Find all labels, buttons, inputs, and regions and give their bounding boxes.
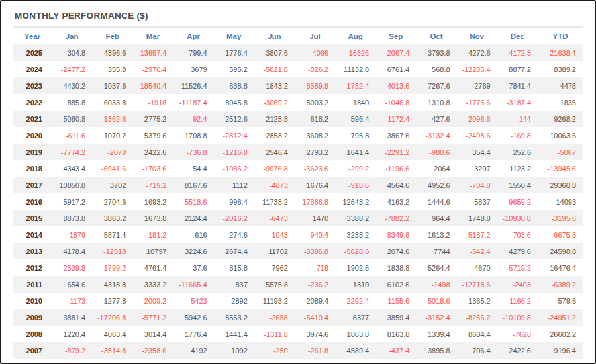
value-cell: 1641.4 (335, 144, 375, 160)
app-window: MONTHLY PERFORMANCE ($) YearJanFebMarApr… (0, 0, 596, 364)
value-cell: 1840 (335, 94, 375, 111)
column-header-feb: Feb (92, 28, 132, 44)
value-cell: -719.2 (132, 177, 173, 193)
value-cell: 7744 (416, 243, 456, 259)
table-row: 2011654.64318.83333.2-11665.48375575.8-2… (13, 276, 583, 293)
value-cell: 1676.4 (295, 177, 335, 193)
table-row: 2012-2539.8-1799.24761.437.6815.87962-71… (13, 259, 583, 276)
year-cell: 2008 (13, 326, 52, 342)
value-cell: 2793.2 (295, 144, 335, 160)
value-cell: 1441.4 (214, 326, 254, 342)
value-cell: 3859.4 (375, 309, 416, 326)
value-cell: 1070.2 (92, 127, 132, 144)
value-cell: -7774.2 (52, 144, 92, 160)
value-cell: 2422.6 (497, 342, 538, 359)
value-cell: -9976.8 (254, 160, 295, 177)
value-cell: -13657.4 (132, 44, 173, 61)
value-cell: -3386.8 (295, 243, 335, 259)
value-cell: -1216.8 (214, 144, 254, 160)
column-header-jan: Jan (52, 28, 92, 44)
value-cell: -5771.2 (132, 309, 173, 326)
value-cell: 5379.6 (132, 127, 173, 144)
table-row: 20184343.4-6941.6-1703.654.4-1086.2-9976… (13, 160, 583, 177)
year-cell: 2011 (13, 276, 52, 293)
value-cell: -10109.8 (497, 309, 538, 326)
value-cell: 2064 (416, 160, 456, 177)
value-cell: 8163.8 (375, 326, 416, 342)
value-cell: 1748.8 (457, 210, 497, 226)
year-cell: 2014 (13, 226, 52, 243)
value-cell: 11193.2 (254, 293, 295, 309)
value-cell: -2096.8 (457, 111, 497, 127)
value-cell: 5871.4 (92, 226, 132, 243)
value-cell: 11526.4 (173, 77, 213, 94)
value-cell: 37.6 (173, 259, 213, 276)
value-cell: -1498 (416, 276, 456, 293)
year-cell: 2022 (13, 94, 52, 111)
table-row: 20215080.8-1362.82775.2-92.42512.62125.8… (13, 111, 583, 127)
value-cell: -1918 (132, 94, 173, 111)
value-cell: -2539.8 (52, 259, 92, 276)
value-cell: -21638.4 (538, 44, 583, 61)
value-cell: -5018.6 (416, 293, 456, 309)
table-row: 2007-879.2-3514.8-2358.641921092-250-261… (13, 342, 583, 359)
value-cell: 1693.2 (132, 193, 173, 210)
value-cell: 11132.8 (335, 61, 375, 77)
value-cell: -1879 (52, 226, 92, 243)
value-cell: 8873.8 (52, 210, 92, 226)
value-cell: -5410.4 (295, 309, 335, 326)
value-cell: 8877.2 (497, 61, 538, 77)
column-header-ytd: YTD (538, 28, 583, 44)
value-cell: -1311.8 (254, 326, 295, 342)
value-cell: -437.4 (375, 342, 416, 359)
table-row: 20081220.44063.43014.41776.41441.4-1311.… (13, 326, 583, 342)
value-cell: 706.4 (457, 342, 497, 359)
value-cell: 9196.4 (538, 342, 583, 359)
value-cell: -5628.6 (335, 243, 375, 259)
report-panel: MONTHLY PERFORMANCE ($) YearJanFebMarApr… (1, 1, 595, 359)
value-cell: 3863.2 (92, 210, 132, 226)
value-cell: -9659.2 (497, 193, 538, 210)
value-cell: 2769 (457, 77, 497, 94)
value-cell: -2970.4 (132, 61, 173, 77)
value-cell: -5021.8 (254, 61, 295, 77)
value-cell: 4318.8 (92, 276, 132, 293)
value-cell: 1776.4 (214, 44, 254, 61)
value-cell: -611.6 (52, 127, 92, 144)
year-cell: 2023 (13, 77, 52, 94)
value-cell: 1843.2 (254, 77, 295, 94)
value-cell: -1086.2 (214, 160, 254, 177)
value-cell: 54.4 (173, 160, 213, 177)
value-cell: -3069.2 (254, 94, 295, 111)
column-header-year: Year (13, 28, 52, 44)
value-cell: -3514.8 (92, 342, 132, 359)
table-row: 20234430.21037.6-18540.411526.4638.81843… (13, 77, 583, 94)
value-cell: 638.8 (214, 77, 254, 94)
value-cell: -704.8 (457, 177, 497, 193)
value-cell: -1732.4 (335, 77, 375, 94)
value-cell: 654.6 (52, 276, 92, 293)
value-cell: -1043 (254, 226, 295, 243)
value-cell: -542.4 (457, 243, 497, 259)
value-cell: -918.6 (335, 177, 375, 193)
value-cell: -3195.6 (538, 210, 583, 226)
value-cell: 4178.4 (52, 243, 92, 259)
value-cell: 4952.6 (416, 177, 456, 193)
year-cell: 2019 (13, 144, 52, 160)
value-cell: -1196.6 (375, 160, 416, 177)
value-cell: -8256.2 (457, 309, 497, 326)
value-cell: 4564.6 (375, 177, 416, 193)
value-cell: 2674.4 (214, 243, 254, 259)
value-cell: 1835 (538, 94, 583, 111)
value-cell: 11738.2 (254, 193, 295, 210)
value-cell: 1673.8 (132, 210, 173, 226)
value-cell: -2358.6 (132, 342, 173, 359)
value-cell: 618.2 (295, 111, 335, 127)
value-cell: -12285.4 (457, 61, 497, 77)
value-cell: -299.2 (335, 160, 375, 177)
value-cell: -5187.2 (457, 226, 497, 243)
value-cell: -1173 (52, 293, 92, 309)
year-cell: 2021 (13, 111, 52, 127)
value-cell: 355.8 (92, 61, 132, 77)
value-cell: 1470 (295, 210, 335, 226)
